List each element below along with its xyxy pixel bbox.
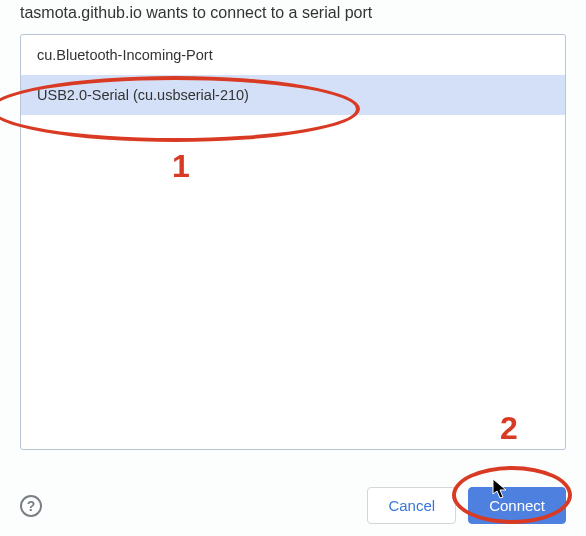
connect-button[interactable]: Connect (468, 487, 566, 524)
port-item-bluetooth[interactable]: cu.Bluetooth-Incoming-Port (21, 35, 565, 75)
help-icon[interactable]: ? (20, 495, 42, 517)
serial-port-list: cu.Bluetooth-Incoming-Port USB2.0-Serial… (20, 34, 566, 450)
dialog-button-row: ? Cancel Connect (20, 487, 566, 524)
dialog-title: tasmota.github.io wants to connect to a … (0, 0, 586, 34)
cancel-button[interactable]: Cancel (367, 487, 456, 524)
port-item-usb-serial[interactable]: USB2.0-Serial (cu.usbserial-210) (21, 75, 565, 115)
